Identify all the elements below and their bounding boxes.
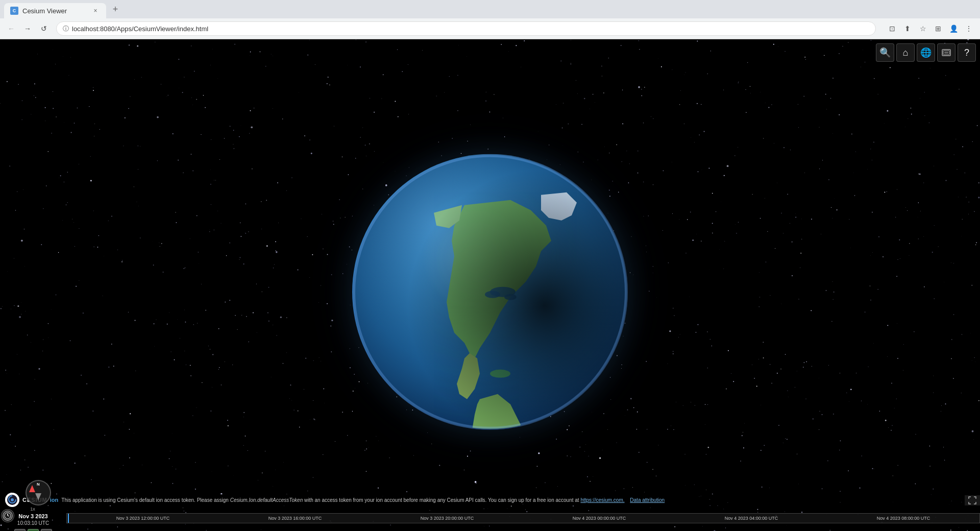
cesium-viewer[interactable]: 🔍 ⌂ 🌐 ? CESIUM ion This app xyxy=(0,39,980,531)
url-text: localhost:8080/Apps/CesiumViewer/index.h… xyxy=(72,25,208,33)
svg-point-13 xyxy=(11,498,14,501)
timeline-label-2: Nov 3 2023 16:00:00 UTC xyxy=(219,516,371,521)
back-button[interactable]: ← xyxy=(4,21,18,36)
earth-globe xyxy=(352,154,628,430)
browser-chrome: C Cesium Viewer × + ← → ↺ ⓘ localhost:80… xyxy=(0,0,980,39)
prev-button[interactable]: ◀ xyxy=(14,529,26,531)
profile-button[interactable]: 👤 xyxy=(946,21,961,36)
globe-surface xyxy=(352,154,628,430)
attribution-message: This application is using Cesium's defau… xyxy=(61,497,975,503)
compass[interactable]: N xyxy=(26,480,51,505)
tab-title: Cesium Viewer xyxy=(22,7,67,15)
compass-n-label: N xyxy=(37,482,40,487)
playback-date: Nov 3 2023 xyxy=(17,513,49,520)
home-button[interactable]: ⌂ xyxy=(896,43,915,62)
tab-favicon: C xyxy=(10,7,18,15)
playback-buttons: ◀ ⏸ ▶ xyxy=(14,529,52,531)
tab-bar: C Cesium Viewer × + xyxy=(0,0,980,18)
search-button[interactable]: 🔍 xyxy=(876,43,894,62)
lock-icon: ⓘ xyxy=(63,25,69,33)
fullscreen-icon xyxy=(968,496,976,504)
ion-text: ion xyxy=(50,497,59,503)
clock-face xyxy=(3,511,13,521)
globe-button[interactable]: 🌐 xyxy=(917,43,935,62)
viewer-toolbar: 🔍 ⌂ 🌐 ? xyxy=(876,43,976,62)
data-attribution[interactable]: Data attribution xyxy=(630,497,665,503)
speed-indicator: 1x xyxy=(30,506,35,512)
timeline-label-5: Nov 4 2023 04:00:00 UTC xyxy=(675,516,827,521)
play-pause-button[interactable]: ⏸ xyxy=(28,529,39,531)
timeline-labels: Nov 3 2023 12:00:00 UTC Nov 3 2023 16:00… xyxy=(67,514,979,523)
cesium-link[interactable]: https://cesium.com. xyxy=(580,497,624,503)
globe-container xyxy=(352,154,628,430)
active-tab[interactable]: C Cesium Viewer × xyxy=(4,3,106,18)
datetime-display: Nov 3 2023 10:03:10 UTC xyxy=(17,513,49,526)
new-tab-button[interactable]: + xyxy=(108,2,122,16)
help-button[interactable]: ? xyxy=(958,43,976,62)
bookmark-button[interactable]: ☆ xyxy=(916,21,930,36)
refresh-button[interactable]: ↺ xyxy=(37,21,51,36)
nav-bar: ← → ↺ ⓘ localhost:8080/Apps/CesiumViewer… xyxy=(0,18,980,39)
share-button[interactable]: ⬆ xyxy=(900,21,915,36)
timeline-label-1: Nov 3 2023 12:00:00 UTC xyxy=(67,516,219,521)
fullscreen-button[interactable] xyxy=(965,495,980,505)
compass-circle: N xyxy=(26,480,51,505)
clock-icon xyxy=(4,512,12,520)
attr-msg2: with an access token from your ion accou… xyxy=(304,497,579,503)
timeline-label-4: Nov 4 2023 00:00:00 UTC xyxy=(523,516,675,521)
compass-south xyxy=(35,493,41,500)
svg-rect-11 xyxy=(944,52,948,54)
forward-button[interactable]: → xyxy=(20,21,35,36)
browser-toolbar-right: ⊡ ⬆ ☆ ⊞ 👤 ⋮ xyxy=(885,21,976,36)
timeline-label-6: Nov 4 2023 08:00:00 UTC xyxy=(827,516,979,521)
layers-button[interactable] xyxy=(937,43,955,62)
layers-icon xyxy=(941,47,951,58)
split-button[interactable]: ⊞ xyxy=(931,21,945,36)
attribution-bar: CESIUM ion This application is using Ces… xyxy=(0,494,980,505)
cesium-logo-icon xyxy=(6,494,18,506)
tab-close-button[interactable]: × xyxy=(91,6,100,15)
next-button[interactable]: ▶ xyxy=(41,529,52,531)
compass-needle-container xyxy=(31,485,46,500)
timeline[interactable]: Nov 3 2023 12:00:00 UTC Nov 3 2023 16:00… xyxy=(66,513,980,523)
menu-button[interactable]: ⋮ xyxy=(962,21,976,36)
timeline-label-3: Nov 3 2023 20:00:00 UTC xyxy=(371,516,523,521)
attr-token-var: Cesium.Ion.defaultAccessToken xyxy=(230,497,303,503)
screen-search-button[interactable]: ⊡ xyxy=(885,21,899,36)
attr-msg1: This application is using Cesium's defau… xyxy=(61,497,229,503)
svg-line-16 xyxy=(8,516,9,516)
playback-time: 10:03:10 UTC xyxy=(17,520,49,526)
address-bar[interactable]: ⓘ localhost:8080/Apps/CesiumViewer/index… xyxy=(56,21,876,36)
clock-widget[interactable] xyxy=(1,509,14,522)
compass-north xyxy=(29,485,35,492)
